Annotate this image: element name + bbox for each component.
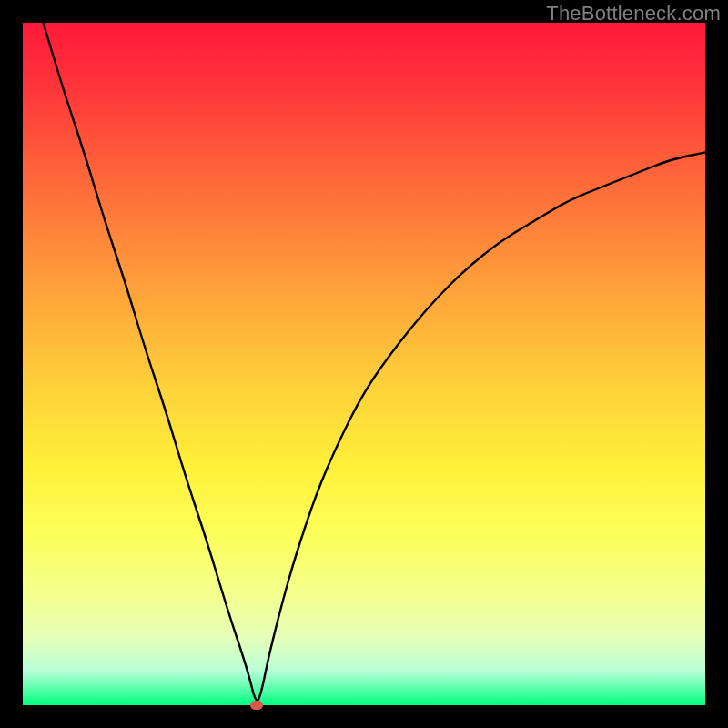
marker-dot <box>250 701 263 710</box>
bottleneck-curve <box>44 23 706 701</box>
curve-svg <box>23 23 705 705</box>
plot-area <box>23 23 705 705</box>
chart-frame: TheBottleneck.com <box>0 0 728 728</box>
